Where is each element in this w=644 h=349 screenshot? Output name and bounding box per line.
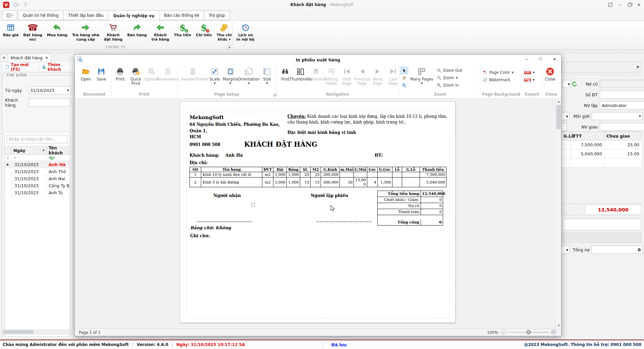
print-button[interactable]: Print (112, 65, 128, 82)
overflow-chevron-icon[interactable]: ▼ (637, 65, 639, 69)
ribbon-tab-1[interactable]: Thiết lập ban đầu (63, 10, 108, 20)
filter-name-cell[interactable]: ABC (47, 155, 70, 161)
row-indicator (5, 189, 11, 196)
ribbon-button-4[interactable]: Khách đặt hàng (102, 21, 125, 45)
quick-print-button[interactable]: Quick Print (128, 65, 144, 86)
zoom-out-button[interactable]: − (501, 330, 506, 335)
cell-date: 31/10/2023 (11, 175, 47, 182)
ribbon-button-1[interactable]: ☎Đặt hàng ncc (21, 21, 45, 45)
ribbon-button-9[interactable]: Thu chi khác ▾ (214, 21, 234, 45)
zoom-percent: 100% (487, 330, 498, 335)
ribbon-button-6[interactable]: Khách trả hàng (149, 21, 172, 45)
ribbon-button-10[interactable]: Lịch sử in nội bộ (234, 21, 257, 45)
dialog-titlebar[interactable]: In phiếu xuất hàng ─ ☐ ✕ (75, 55, 561, 65)
customer-row-3[interactable]: 31/10/2023Công Ty Bm (5, 182, 70, 189)
add-customer-button[interactable]: Thêm khách (39, 62, 74, 72)
margins-button[interactable]: Margins▼ (222, 65, 238, 85)
minimize-button[interactable]: ─ (617, 2, 623, 7)
column-header-name[interactable]: Tên khách (47, 146, 70, 154)
close-preview-button[interactable]: Close (542, 65, 558, 82)
detail-row-0[interactable]: 7,500,00025.00 (561, 140, 641, 149)
create-new-button[interactable]: Tạo mới (F5) (2, 62, 39, 72)
column-header-ttt[interactable]: TTT (571, 132, 604, 140)
open-button[interactable]: Open (78, 65, 94, 82)
dialog-minimize-button[interactable]: ─ (525, 57, 528, 62)
column-header-glo[interactable]: G.Lỗ (561, 132, 571, 140)
scroll-up-icon[interactable]: ▲ (556, 99, 561, 104)
filter-date-cell[interactable]: = (11, 155, 47, 161)
horizontal-scrollbar[interactable] (3, 330, 71, 334)
ribbon-button-3[interactable]: Trả hàng nhà cung cấp (70, 21, 102, 45)
cell-name: Anh Tú (47, 189, 70, 196)
application-menu-button[interactable]: ▾ (2, 10, 17, 20)
ribbon-button-5[interactable]: Bán hàng (125, 21, 149, 45)
ribbon-button-8[interactable]: $−Chi tiền (194, 21, 214, 45)
scale-button[interactable]: Scale▼ (207, 65, 222, 85)
chevron-down-icon: ▼ (67, 89, 69, 92)
preview-statusbar: Page 1 of 1 100% − + (75, 329, 561, 336)
ribbon-button-7[interactable]: $+Thu tiền (172, 21, 194, 45)
column-header-chua-giao[interactable]: Chưa giao (604, 132, 641, 140)
note-input[interactable] (563, 219, 641, 230)
customer-row-0[interactable]: ▶31/10/2023Anh Hà (5, 161, 70, 168)
ribbon-button-label: Thu tiền (174, 33, 191, 38)
many-pages-button[interactable]: Many Pages▼ (408, 65, 435, 85)
zoom-slider[interactable] (508, 332, 549, 333)
creator-signature-label: Người lập phiếu (301, 193, 358, 198)
maximize-button[interactable] (628, 4, 631, 7)
refresh-icon[interactable] (572, 81, 577, 87)
grid-filter-row[interactable]: = ABC (5, 155, 70, 161)
ribbon-tab-2[interactable]: Quản lý nghiệp vụ (108, 10, 160, 21)
from-date-combobox[interactable]: 31/10/2023▼ (29, 86, 71, 94)
customer-combobox[interactable] (29, 99, 71, 107)
ribbon-group-launcher-button[interactable]: ◢ (227, 45, 231, 49)
zoom-out-button[interactable]: Zoom Out (435, 67, 464, 74)
zoom-button[interactable]: Zoom▼ (435, 74, 464, 82)
resize-grip[interactable] (551, 329, 556, 334)
send-pdf-email-button[interactable]: PDF▼ (522, 76, 536, 84)
dialog-maximize-button[interactable]: ☐ (539, 57, 542, 62)
pointer-tool-button[interactable] (400, 67, 408, 74)
ribbon-button-2[interactable]: Mua hàng (45, 21, 70, 45)
keyword-search-input[interactable]: Nhập từ khóa cần tìm... (7, 135, 68, 143)
detail-row-2[interactable] (561, 158, 641, 167)
dialog-close-button[interactable]: ✕ (553, 57, 556, 62)
hand-tool-button[interactable] (400, 74, 408, 82)
group-print: Print Quick Print Options ? Parameters P… (112, 65, 176, 98)
ribbon-tab-3[interactable]: Báo cáo thống kê (159, 10, 204, 20)
zoom-region-tool-button[interactable] (400, 82, 408, 89)
scroll-down-icon[interactable]: ▼ (556, 323, 561, 329)
vertical-scrollbar[interactable]: ▲ ▼ (555, 99, 561, 329)
so-dt-input[interactable] (600, 91, 644, 99)
magnifier-minus-icon (437, 68, 441, 73)
close-button[interactable]: ✕ (636, 2, 642, 7)
nv-lap-combobox[interactable]: Admistrator▼ (600, 101, 644, 109)
invoice-cell: 300,000 (321, 172, 340, 178)
zoom-in-button[interactable]: Zoom In (435, 82, 464, 89)
ribbon-button-0[interactable]: Báo giá (1, 21, 21, 45)
column-header-date[interactable]: Ngày▼ (11, 146, 47, 154)
customer-row-1[interactable]: 31/10/2023Anh Thỏ (5, 168, 70, 175)
save-button[interactable]: Save (94, 65, 109, 82)
ribbon-tab-4[interactable]: Trợ giúp (204, 10, 230, 20)
nv-giao-combobox[interactable]: ▼ (600, 123, 644, 131)
detail-row-1[interactable]: 5,040,00015.00 (561, 149, 641, 158)
size-button[interactable]: Size▼ (259, 65, 275, 85)
group-page-setup: Header/Footer Scale▼ Margins▼ Orientatio… (179, 65, 275, 98)
customer-row-4[interactable]: 31/10/2023Anh Tú (5, 189, 70, 196)
tab-close-icon[interactable]: ✕ (45, 56, 48, 60)
scrollbar-thumb[interactable] (556, 105, 561, 129)
page-color-button[interactable]: Page Color▼ (481, 69, 515, 76)
tab-khach-dat-hang[interactable]: Khách đặt hàng✕ (8, 54, 51, 62)
zoom-slider-thumb[interactable] (527, 330, 531, 334)
moi-gioi-combobox[interactable]: ▼ (592, 112, 643, 120)
customer-grid: Ngày▼ Tên khách = ABC ▶31/10/2023Anh Hà3… (5, 146, 70, 336)
customer-row-2[interactable]: 31/10/2023Anh Nai (5, 175, 70, 182)
export-pdf-button[interactable]: PDF▼ (522, 69, 536, 76)
orientation-button[interactable]: Orientation▼ (238, 65, 259, 85)
tabstrip-close-button[interactable]: ✕ (0, 54, 8, 62)
fullscreen-icon[interactable] (608, 3, 612, 7)
watermark-button[interactable]: Watermark (481, 76, 515, 84)
scrollbar-thumb[interactable] (3, 330, 34, 334)
ribbon-tab-0[interactable]: Quản trị hệ thống (18, 10, 63, 20)
